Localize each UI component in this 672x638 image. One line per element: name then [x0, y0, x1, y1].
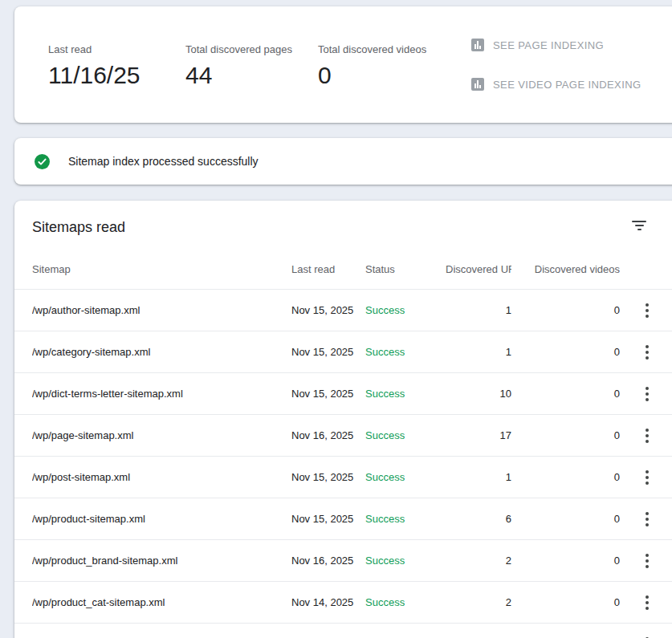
discovered-videos-count: 0 [511, 471, 620, 483]
kebab-dot [646, 559, 649, 563]
see-video-page-indexing-label: SEE VIDEO PAGE INDEXING [493, 79, 641, 91]
last-read-date: Nov 16, 2025 [291, 555, 365, 567]
row-menu-button[interactable] [641, 549, 654, 573]
stat-label: Total discovered pages [185, 43, 318, 56]
discovered-videos-count: 0 [511, 555, 620, 567]
kebab-dot [646, 607, 649, 610]
discovered-urls-count: 1 [446, 471, 511, 483]
column-header-status: Status [365, 263, 446, 275]
row-menu-button[interactable] [641, 507, 654, 531]
row-menu-button[interactable] [641, 424, 654, 448]
discovered-videos-count: 0 [511, 513, 620, 525]
table-row[interactable]: /wp/category-sitemap.xml Nov 15, 2025 Su… [14, 331, 672, 373]
last-read-date: Nov 15, 2025 [291, 471, 365, 483]
sitemap-path[interactable]: /wp/page-sitemap.xml [32, 429, 291, 441]
sitemap-path[interactable]: /wp/author-sitemap.xml [32, 304, 291, 316]
status-text: Success [365, 596, 446, 608]
bar-chart-icon [471, 78, 484, 91]
kebab-dot [646, 518, 649, 521]
table-row[interactable]: /wp/dict-terms-letter-sitemap.xml Nov 15… [14, 373, 672, 415]
table-header-row: Sitemap Last read Status Discovered URLs… [14, 250, 672, 290]
filter-icon[interactable] [626, 213, 652, 238]
row-menu-button[interactable] [641, 591, 654, 615]
summary-card: Last read 11/16/25 Total discovered page… [14, 6, 672, 123]
indexing-links: SEE PAGE INDEXING SEE VIDEO PAGE INDEXIN… [471, 39, 641, 117]
see-page-indexing-label: SEE PAGE INDEXING [493, 39, 604, 51]
last-read-date: Nov 16, 2025 [291, 429, 365, 441]
kebab-dot [646, 523, 649, 526]
discovered-urls-count: 1 [446, 346, 511, 358]
kebab-dot [646, 387, 649, 390]
kebab-dot [646, 345, 649, 348]
sitemap-path[interactable]: /wp/post-sitemap.xml [32, 471, 291, 483]
table-row[interactable]: /wp/product_cat-sitemap.xml Nov 14, 2025… [14, 582, 672, 624]
stat-value: 0 [318, 62, 446, 89]
kebab-dot [646, 398, 649, 401]
kebab-dot [646, 440, 649, 443]
row-menu-button[interactable] [641, 465, 654, 490]
kebab-dot [646, 565, 649, 568]
kebab-dot [646, 392, 649, 396]
kebab-dot [646, 512, 649, 515]
discovered-urls-count: 1 [446, 304, 511, 316]
sitemap-path[interactable]: /wp/product-sitemap.xml [32, 513, 291, 525]
discovered-urls-count: 17 [446, 429, 511, 441]
column-header-discovered-urls: Discovered URLs [446, 263, 511, 275]
column-header-sitemap: Sitemap [32, 263, 291, 275]
check-circle-icon [35, 154, 50, 169]
kebab-dot [646, 351, 649, 354]
kebab-dot [646, 601, 649, 604]
discovered-videos-count: 0 [511, 304, 620, 316]
stat-last-read: Last read 11/16/25 [48, 43, 185, 89]
status-text: Success [365, 471, 446, 483]
stat-label: Last read [48, 43, 185, 56]
table-row[interactable]: /wp/author-sitemap.xml Nov 15, 2025 Succ… [14, 290, 672, 331]
kebab-dot [646, 303, 649, 307]
stat-value: 11/16/25 [48, 62, 185, 89]
sitemap-path[interactable]: /wp/dict-terms-letter-sitemap.xml [32, 388, 291, 400]
kebab-dot [646, 434, 649, 437]
discovered-videos-count: 0 [511, 388, 620, 400]
column-header-last-read: Last read [291, 263, 365, 275]
status-text: Success [365, 304, 446, 316]
kebab-dot [646, 482, 649, 485]
stat-total-discovered-pages: Total discovered pages 44 [185, 43, 318, 89]
see-page-indexing-button[interactable]: SEE PAGE INDEXING [471, 39, 604, 51]
kebab-dot [646, 315, 649, 318]
column-header-discovered-videos: Discovered videos [511, 263, 620, 275]
kebab-dot [646, 470, 649, 473]
row-menu-button[interactable] [641, 632, 654, 638]
sitemap-path[interactable]: /wp/category-sitemap.xml [32, 346, 291, 358]
status-text: Success [365, 346, 446, 358]
row-menu-button[interactable] [641, 382, 654, 406]
table-row[interactable]: /wp/product_tag-sitemap.xml Nov 15, 2025… [14, 624, 672, 638]
discovered-urls-count: 6 [446, 513, 511, 525]
discovered-videos-count: 0 [511, 596, 620, 608]
status-banner: Sitemap index processed successfully [14, 138, 672, 185]
last-read-date: Nov 15, 2025 [291, 304, 365, 316]
sitemap-path[interactable]: /wp/product_cat-sitemap.xml [32, 596, 291, 608]
stat-value: 44 [185, 62, 318, 89]
last-read-date: Nov 14, 2025 [291, 596, 365, 608]
row-menu-button[interactable] [641, 340, 654, 364]
discovered-videos-count: 0 [511, 346, 620, 358]
kebab-dot [646, 476, 649, 479]
table-row[interactable]: /wp/product_brand-sitemap.xml Nov 16, 20… [14, 540, 672, 582]
table-row[interactable]: /wp/post-sitemap.xml Nov 15, 2025 Succes… [14, 457, 672, 498]
sitemap-path[interactable]: /wp/product_brand-sitemap.xml [32, 555, 291, 567]
table-body: /wp/author-sitemap.xml Nov 15, 2025 Succ… [14, 290, 672, 638]
kebab-dot [646, 554, 649, 557]
table-title: Sitemaps read [14, 201, 672, 236]
bar-chart-icon [471, 39, 484, 51]
row-menu-button[interactable] [641, 299, 654, 323]
kebab-dot [646, 429, 649, 432]
see-video-page-indexing-button[interactable]: SEE VIDEO PAGE INDEXING [471, 78, 641, 91]
status-text: Success [365, 388, 446, 400]
stat-total-discovered-videos: Total discovered videos 0 [318, 43, 446, 89]
table-row[interactable]: /wp/product-sitemap.xml Nov 15, 2025 Suc… [14, 498, 672, 540]
sitemaps-table-card: Sitemaps read Sitemap Last read Status D… [14, 201, 672, 638]
table-row[interactable]: /wp/page-sitemap.xml Nov 16, 2025 Succes… [14, 415, 672, 457]
discovered-videos-count: 0 [511, 429, 620, 441]
banner-message: Sitemap index processed successfully [68, 155, 259, 168]
last-read-date: Nov 15, 2025 [291, 346, 365, 358]
